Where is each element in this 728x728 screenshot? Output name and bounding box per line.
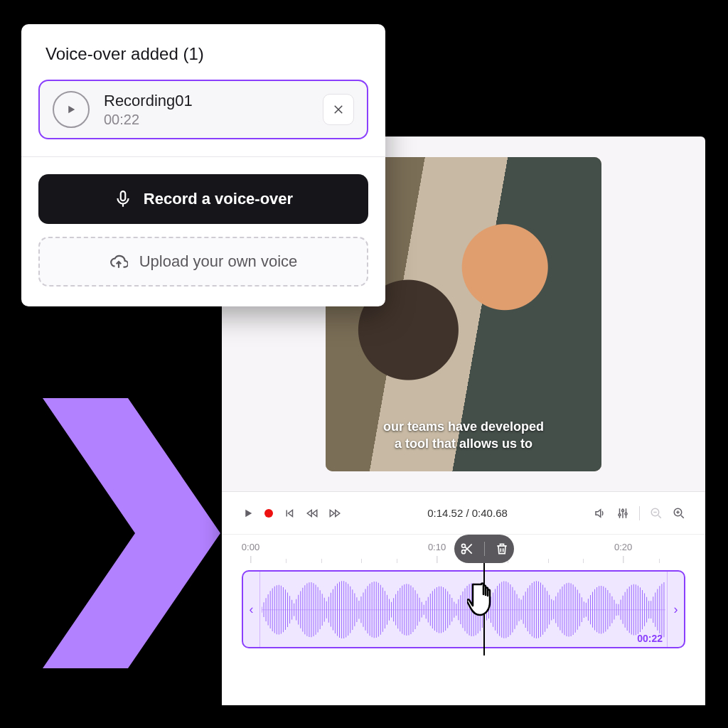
- caption-line: a tool that allows us to: [340, 435, 587, 452]
- playhead-tools: [454, 535, 514, 563]
- voiceover-meta: Recording01 00:22: [104, 92, 309, 128]
- voiceover-item[interactable]: Recording01 00:22: [38, 80, 368, 139]
- timeline[interactable]: 0:00 0:10 0:20 ‹ › 00:22: [222, 535, 705, 705]
- voiceover-name: Recording01: [104, 92, 309, 110]
- toolbar-divider: [639, 506, 640, 520]
- caption-line: our teams have developed: [340, 418, 587, 435]
- brand-chevron-icon: [43, 398, 228, 668]
- volume-icon[interactable]: [594, 507, 606, 520]
- playhead[interactable]: [483, 537, 485, 655]
- zoom-out-icon[interactable]: [650, 507, 663, 520]
- record-button-label: Record a voice-over: [144, 190, 293, 208]
- audio-clip[interactable]: ‹ › 00:22: [242, 570, 685, 648]
- rewind-icon[interactable]: [306, 507, 318, 520]
- zoom-in-icon[interactable]: [673, 507, 685, 520]
- record-voiceover-button[interactable]: Record a voice-over: [38, 174, 368, 224]
- ruler-tick: 0:00: [242, 542, 259, 552]
- time-readout: 0:14.52 / 0:40.68: [427, 507, 508, 519]
- scissors-icon[interactable]: [460, 542, 474, 556]
- clip-duration: 00:22: [637, 633, 663, 644]
- voiceover-duration: 00:22: [104, 112, 309, 128]
- play-icon[interactable]: [242, 507, 255, 520]
- svg-rect-4: [121, 191, 126, 200]
- play-recording-button[interactable]: [53, 91, 90, 128]
- upload-voice-button[interactable]: Upload your own voice: [38, 237, 368, 287]
- cloud-upload-icon: [109, 252, 128, 271]
- play-icon: [65, 103, 77, 116]
- ruler-tick: 0:20: [614, 542, 632, 552]
- video-caption: our teams have developed a tool that all…: [326, 418, 601, 453]
- clip-track: ‹ › 00:22: [242, 570, 685, 648]
- clip-handle-right[interactable]: ›: [667, 572, 684, 647]
- timeline-toolbar: 0:14.52 / 0:40.68: [222, 492, 705, 535]
- hand-cursor-icon: [467, 580, 501, 620]
- skip-start-icon[interactable]: [283, 507, 296, 520]
- clip-handle-left[interactable]: ‹: [243, 572, 260, 647]
- close-icon: [332, 103, 345, 116]
- voiceover-panel-title: Voice-over added (1): [21, 24, 385, 80]
- trash-icon[interactable]: [495, 542, 509, 556]
- ruler-tick: 0:10: [428, 542, 446, 552]
- sliders-icon[interactable]: [616, 507, 629, 520]
- microphone-icon: [114, 190, 132, 208]
- waveform-icon: [262, 577, 665, 642]
- forward-icon[interactable]: [328, 507, 341, 520]
- voiceover-panel: Voice-over added (1) Recording01 00:22 R…: [21, 24, 385, 306]
- upload-button-label: Upload your own voice: [139, 252, 298, 271]
- remove-voiceover-button[interactable]: [323, 94, 354, 125]
- record-icon[interactable]: [264, 509, 273, 518]
